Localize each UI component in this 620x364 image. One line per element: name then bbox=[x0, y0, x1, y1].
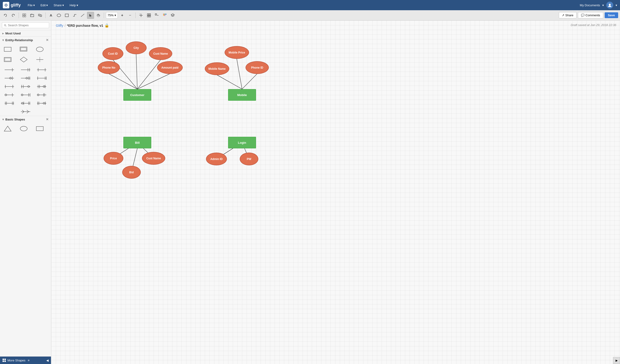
section-er[interactable]: ▾ Entity-Relationship ✕ bbox=[0, 36, 51, 43]
er-shape-line-cross[interactable] bbox=[34, 55, 46, 64]
menu-edit[interactable]: Edit ▾ bbox=[38, 2, 50, 8]
connector-many-many[interactable] bbox=[34, 66, 49, 74]
svg-rect-11 bbox=[40, 15, 42, 16]
attr-mobile-price[interactable]: Mobile Price bbox=[225, 46, 249, 59]
connector-b[interactable] bbox=[18, 83, 33, 90]
entity-customer[interactable]: Customer bbox=[123, 89, 151, 101]
svg-rect-24 bbox=[163, 14, 164, 15]
attr-bid[interactable]: Bid bbox=[122, 166, 141, 179]
line-tool-button[interactable] bbox=[79, 12, 86, 19]
section-basic-shapes[interactable]: ▾ Basic Shapes ✕ bbox=[0, 116, 51, 122]
menu-help[interactable]: Help ▾ bbox=[67, 2, 80, 8]
connector-many[interactable] bbox=[18, 66, 33, 74]
er-shape-double-rect[interactable] bbox=[18, 45, 30, 54]
connector-f[interactable] bbox=[34, 91, 49, 99]
ellipse-tool-button[interactable] bbox=[55, 12, 62, 19]
menu-file[interactable]: File ▾ bbox=[25, 2, 37, 8]
zoom-in-button[interactable]: + bbox=[119, 12, 126, 19]
connector-d[interactable] bbox=[2, 91, 17, 99]
more-shapes-section[interactable]: More Shapes ≡ ◀ bbox=[0, 356, 51, 364]
line-elbow-button[interactable] bbox=[71, 12, 78, 19]
my-documents-link[interactable]: My Documents bbox=[580, 3, 600, 7]
basic-rect[interactable] bbox=[34, 124, 46, 133]
sep2 bbox=[45, 13, 46, 18]
svg-rect-101 bbox=[36, 126, 43, 131]
connector-row-5 bbox=[0, 99, 51, 107]
er-shape-rect[interactable] bbox=[2, 45, 14, 54]
lock-icon[interactable]: 🔒 bbox=[105, 23, 109, 28]
connector-one-many[interactable] bbox=[34, 75, 49, 82]
connector-c[interactable] bbox=[34, 83, 49, 90]
connector-g[interactable] bbox=[2, 100, 17, 107]
color-button[interactable] bbox=[161, 12, 168, 19]
grid-minus-button[interactable] bbox=[153, 12, 160, 19]
er-shape-diamond[interactable] bbox=[18, 55, 30, 64]
section-basic-shapes-close-button[interactable]: ✕ bbox=[46, 118, 49, 121]
section-er-close-button[interactable]: ✕ bbox=[46, 38, 49, 42]
entity-login[interactable]: Login bbox=[228, 137, 256, 148]
pointer-tool-button[interactable] bbox=[87, 12, 94, 19]
group-button[interactable] bbox=[29, 12, 36, 19]
layers-button[interactable] bbox=[169, 12, 176, 19]
zoom-level-dropdown[interactable]: 75% ▾ bbox=[106, 12, 118, 19]
breadcrumb-current: *ERD purchase flow, v1 bbox=[67, 24, 103, 28]
share-button[interactable]: ↗ Share bbox=[559, 12, 576, 18]
breadcrumb-parent[interactable]: Gliffy bbox=[56, 24, 63, 28]
attr-cust-name[interactable]: Cust Name bbox=[149, 47, 172, 60]
connector-a[interactable] bbox=[2, 83, 17, 90]
entity-bill[interactable]: Bill bbox=[123, 137, 151, 148]
text-tool-button[interactable]: A bbox=[47, 12, 54, 19]
svg-rect-7 bbox=[24, 15, 26, 17]
grid-plus-button[interactable] bbox=[138, 12, 144, 19]
rect-tool-button[interactable] bbox=[63, 12, 70, 19]
breadcrumb: Gliffy / *ERD purchase flow, v1 🔒 bbox=[56, 23, 109, 28]
connector-one[interactable] bbox=[2, 66, 17, 74]
ungroup-button[interactable] bbox=[37, 12, 44, 19]
redo-button[interactable] bbox=[10, 12, 17, 19]
comments-button[interactable]: 💬 Comments bbox=[578, 12, 603, 18]
attr-price[interactable]: Price bbox=[104, 152, 123, 165]
er-shape-ellipse[interactable] bbox=[34, 45, 46, 54]
hand-tool-button[interactable] bbox=[95, 12, 102, 19]
menu-share[interactable]: Share ▾ bbox=[51, 2, 66, 8]
section-most-used[interactable]: ▸ Most Used bbox=[0, 30, 51, 36]
connector-h[interactable] bbox=[18, 100, 33, 107]
section-er-label: Entity-Relationship bbox=[5, 38, 33, 42]
section-most-used-collapse-icon: ▸ bbox=[2, 32, 4, 35]
attr-admin-id[interactable]: Admin ID bbox=[206, 152, 227, 165]
topnav-right: My Documents ▾ ▾ bbox=[580, 2, 617, 9]
attr-cust-name-bill[interactable]: Cust Name bbox=[142, 152, 165, 165]
select-all-button[interactable] bbox=[21, 12, 28, 19]
connector-row-1 bbox=[0, 66, 51, 74]
connector-zero-many[interactable] bbox=[18, 75, 33, 82]
undo-button[interactable] bbox=[2, 12, 9, 19]
attr-pw[interactable]: PW bbox=[240, 152, 258, 165]
attr-mobile-name[interactable]: Mobile Name bbox=[205, 62, 229, 75]
user-avatar[interactable] bbox=[606, 2, 613, 9]
canvas[interactable]: Gliffy / *ERD purchase flow, v1 🔒 Draft … bbox=[51, 20, 620, 364]
attr-amount-paid[interactable]: Amount paid bbox=[157, 61, 183, 74]
basic-ellipse[interactable] bbox=[18, 124, 30, 133]
collapse-sidebar-icon[interactable]: ◀ bbox=[46, 359, 49, 362]
er-shape-weak-entity[interactable] bbox=[2, 55, 14, 64]
zoom-out-button[interactable]: − bbox=[127, 12, 134, 19]
connector-zero-one[interactable] bbox=[2, 75, 17, 82]
connector-row-4 bbox=[0, 91, 51, 99]
connector-j[interactable] bbox=[2, 108, 49, 115]
app-logo[interactable]: gliffy bbox=[3, 2, 21, 8]
attr-cust-id[interactable]: Cust ID bbox=[102, 47, 123, 60]
connector-i[interactable] bbox=[34, 100, 49, 107]
attr-city[interactable]: City bbox=[126, 41, 147, 54]
basic-triangle[interactable] bbox=[2, 124, 14, 133]
grid-button[interactable] bbox=[145, 12, 153, 19]
svg-line-107 bbox=[136, 54, 137, 89]
entity-mobile[interactable]: Mobile bbox=[228, 89, 256, 101]
collapse-panel-button[interactable]: ▶ bbox=[613, 357, 620, 364]
user-chevron-icon: ▾ bbox=[616, 3, 617, 7]
search-input[interactable] bbox=[8, 24, 47, 27]
connector-e[interactable] bbox=[18, 91, 33, 99]
save-button[interactable]: Save bbox=[605, 12, 618, 18]
attr-phone-no[interactable]: Phone No bbox=[98, 61, 120, 74]
attr-phone-id[interactable]: Phone ID bbox=[246, 61, 269, 74]
share-chevron: ▾ bbox=[62, 3, 64, 7]
